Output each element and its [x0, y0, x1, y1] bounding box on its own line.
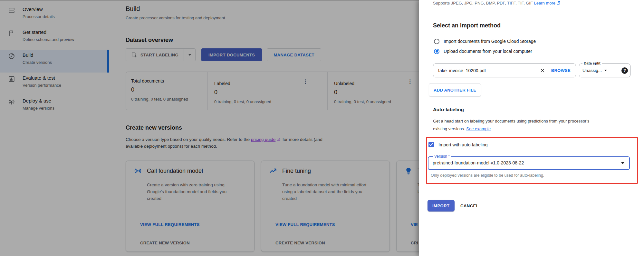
cancel-button[interactable]: CANCEL [455, 200, 484, 212]
checkbox-label: Import with auto-labeling [438, 142, 488, 147]
auto-labeling-heading: Auto-labeling [433, 107, 464, 112]
radio-icon [434, 39, 439, 44]
chevron-down-icon [604, 70, 607, 71]
version-select-label: Version * [433, 154, 451, 159]
radio-selected-icon [434, 49, 439, 54]
question-icon[interactable]: ? [621, 67, 628, 74]
dim-overlay [0, 0, 419, 256]
document-ai-console: Overview Processor details Get started D… [0, 0, 644, 256]
version-select-value: pretrained-foundation-model-v1.0-2023-08… [428, 157, 629, 169]
data-split-label: Data split [582, 61, 602, 65]
radio-upload-local[interactable]: Upload documents from your local compute… [434, 48, 532, 54]
data-split-value: Unassig... [579, 68, 602, 73]
radio-label: Import documents from Google Cloud Stora… [444, 39, 536, 44]
import-method-heading: Select an import method [433, 22, 501, 29]
data-split-select[interactable]: Data split Unassig... ? [579, 64, 630, 77]
radio-label: Upload documents from your local compute… [444, 49, 532, 54]
radio-import-gcs[interactable]: Import documents from Google Cloud Stora… [434, 38, 536, 44]
console-background: Overview Processor details Get started D… [0, 0, 419, 256]
learn-more-link[interactable]: Learn more [534, 1, 555, 5]
add-another-file-button[interactable]: ADD ANOTHER FILE [429, 83, 481, 97]
auto-labeling-checkbox-row[interactable]: Import with auto-labeling [428, 142, 488, 147]
file-upload-row: fake_invoice_10200.pdf BROWSE [433, 64, 576, 77]
browse-button[interactable]: BROWSE [547, 68, 576, 73]
import-panel: Supports JPEG, JPG, PNG, BMP, PDF, TIFF,… [419, 0, 644, 256]
remove-file-button[interactable] [538, 68, 547, 73]
checkbox-checked-icon [428, 142, 434, 147]
external-link-icon [556, 1, 561, 5]
supports-text: Supports JPEG, JPG, PNG, BMP, PDF, TIFF,… [433, 1, 533, 5]
version-helper-text: Only deployed versions are eligible to b… [431, 173, 544, 178]
import-button[interactable]: IMPORT [428, 200, 455, 212]
auto-labeling-text: Get a head start on labeling your docume… [433, 119, 589, 131]
file-name: fake_invoice_10200.pdf [433, 68, 538, 73]
see-example-link[interactable]: See example [466, 126, 491, 131]
chevron-down-icon [621, 162, 624, 164]
version-select[interactable]: Version * pretrained-foundation-model-v1… [428, 156, 630, 170]
annotation-highlight: Import with auto-labeling Version * pret… [426, 137, 638, 184]
auto-labeling-description: Get a head start on labeling your docume… [433, 117, 601, 133]
supported-formats-text: Supports JPEG, JPG, PNG, BMP, PDF, TIFF,… [433, 1, 561, 5]
